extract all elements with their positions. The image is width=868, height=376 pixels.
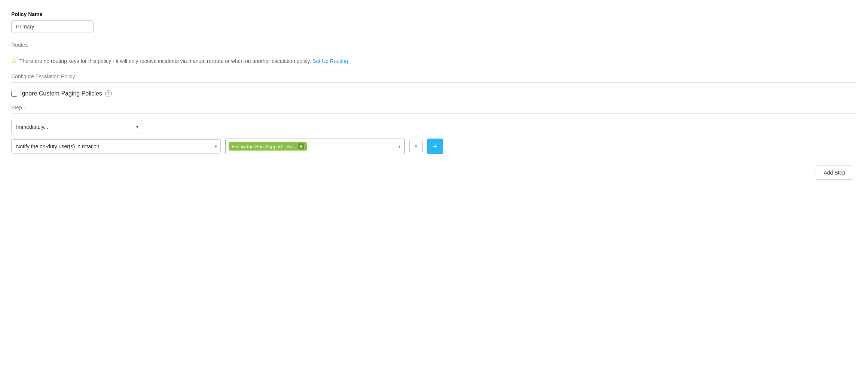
add-notification-button[interactable]: + (427, 139, 443, 154)
rotation-select-wrapper[interactable]: Follow the Sun Support - Bu... R ▾ (225, 139, 405, 154)
setup-routing-link[interactable]: Set Up Routing (312, 58, 348, 64)
configure-escalation-section: Configure Escalation Policy Ignore Custo… (11, 73, 857, 97)
timing-row: Immediately... After 5 min After 10 min … (11, 120, 857, 134)
remove-rotation-button[interactable]: × (409, 140, 423, 153)
notify-select[interactable]: Notify the on-duty user(s) in rotation N… (11, 139, 221, 154)
policy-name-input[interactable] (11, 20, 94, 33)
rotation-tag-text: Follow the Sun Support - Bu... (232, 144, 296, 149)
step1-section: Step 1 Immediately... After 5 min After … (11, 104, 857, 154)
routes-section: Routes ⚠ There are no routing keys for t… (11, 42, 857, 64)
add-step-button[interactable]: Add Step (816, 166, 853, 180)
warning-text: There are no routing keys for this polic… (19, 58, 348, 64)
policy-name-label: Policy Name (11, 11, 857, 17)
add-step-row: Add Step (11, 166, 857, 180)
help-icon[interactable]: ? (105, 90, 112, 97)
ignore-paging-row: Ignore Custom Paging Policies ? (11, 90, 857, 97)
configure-escalation-header: Configure Escalation Policy (11, 73, 857, 83)
timing-select-wrapper: Immediately... After 5 min After 10 min … (11, 120, 142, 134)
policy-name-section: Policy Name (11, 11, 857, 33)
routes-header: Routes (11, 42, 857, 51)
step1-header: Step 1 (11, 104, 857, 114)
timing-select[interactable]: Immediately... After 5 min After 10 min … (11, 120, 142, 134)
rotation-tag-badge: R (298, 143, 304, 149)
warning-banner: ⚠ There are no routing keys for this pol… (11, 57, 857, 64)
ignore-paging-label: Ignore Custom Paging Policies (20, 90, 102, 97)
notify-row: Notify the on-duty user(s) in rotation N… (11, 139, 857, 154)
notify-select-wrapper: Notify the on-duty user(s) in rotation N… (11, 139, 221, 154)
ignore-paging-checkbox[interactable] (11, 91, 17, 97)
warning-icon: ⚠ (11, 57, 16, 64)
rotation-chevron-icon: ▾ (398, 144, 401, 149)
step1-controls: Immediately... After 5 min After 10 min … (11, 120, 857, 154)
rotation-tag: Follow the Sun Support - Bu... R (229, 142, 307, 151)
